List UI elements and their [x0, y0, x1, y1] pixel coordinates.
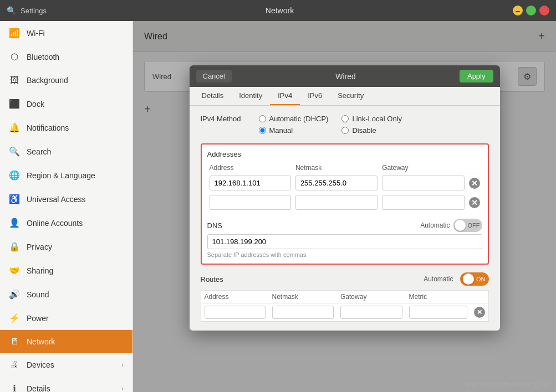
sidebar-label-search: Search — [27, 147, 51, 156]
gateway-field-0[interactable] — [382, 176, 464, 190]
routes-table: Address Netmask Gateway Metric — [201, 290, 489, 322]
minimize-button[interactable]: – — [513, 6, 523, 16]
sidebar-label-online: Online Accounts — [27, 219, 83, 228]
dns-label: DNS — [207, 221, 222, 230]
routes-automatic-label: Automatic — [424, 275, 453, 283]
routes-address-field-0[interactable] — [205, 306, 266, 319]
routes-netmask-field-0[interactable] — [272, 306, 334, 319]
main-layout: 📶 Wi-Fi ⬡ Bluetooth 🖼 Background ⬛ Dock … — [0, 21, 556, 392]
titlebar: 🔍 Settings Network – — [0, 0, 556, 21]
routes-row-0: ✕ — [201, 303, 488, 322]
remove-row-0-button[interactable]: ✕ — [469, 178, 480, 189]
sound-icon: 🔊 — [9, 289, 20, 300]
sidebar-label-universal: Universal Access — [27, 195, 86, 204]
wired-dialog: Cancel Wired Apply Details Identity IPv4 — [190, 65, 500, 331]
sidebar-label-dock: Dock — [27, 100, 44, 109]
radio-col-left: Automatic (DHCP) Manual — [259, 115, 329, 135]
dns-input[interactable] — [207, 234, 482, 249]
sidebar-label-background: Background — [27, 76, 68, 85]
sidebar-label-bluetooth: Bluetooth — [27, 53, 59, 61]
address-col-header: Address — [207, 163, 293, 173]
cancel-button[interactable]: Cancel — [196, 70, 232, 82]
modal-tabs: Details Identity IPv4 IPv6 Security — [190, 87, 500, 106]
gateway-field-1[interactable] — [382, 195, 464, 210]
sidebar-item-bluetooth[interactable]: ⬡ Bluetooth — [0, 45, 132, 69]
routes-gateway-col: Gateway — [337, 291, 406, 303]
dock-icon: ⬛ — [9, 99, 20, 109]
search-icon: 🔍 — [9, 146, 20, 157]
routes-gateway-field-0[interactable] — [340, 306, 402, 319]
sidebar-item-sharing[interactable]: 🤝 Sharing — [0, 259, 132, 282]
sidebar-label-power: Power — [27, 314, 49, 323]
tab-security[interactable]: Security — [330, 87, 371, 105]
close-button[interactable] — [539, 6, 549, 16]
tab-ipv4[interactable]: IPv4 — [270, 87, 300, 105]
apply-button[interactable]: Apply — [460, 70, 493, 82]
address-field-0[interactable] — [210, 176, 291, 190]
address-field-1[interactable] — [210, 195, 291, 210]
sidebar-label-devices: Devices — [27, 360, 54, 369]
sidebar-item-network[interactable]: 🖥 Network — [0, 330, 132, 353]
gateway-col-header: Gateway — [380, 163, 466, 173]
disable-label: Disable — [352, 126, 376, 135]
addresses-section: Addresses Address Netmask Gateway — [201, 143, 489, 265]
dns-auto-toggle: Automatic OFF — [420, 219, 482, 232]
routes-netmask-col: Netmask — [269, 291, 338, 303]
sidebar-item-privacy[interactable]: 🔒 Privacy — [0, 235, 132, 259]
address-row-0: ✕ — [207, 173, 482, 193]
sidebar-label-sound: Sound — [27, 290, 49, 299]
maximize-button[interactable] — [526, 6, 536, 16]
auto-dhcp-label: Automatic (DHCP) — [269, 115, 329, 123]
sidebar-item-notifications[interactable]: 🔔 Notifications — [0, 116, 132, 140]
dns-header-row: DNS Automatic OFF — [207, 219, 482, 232]
routes-metric-field-0[interactable] — [409, 306, 467, 319]
sidebar-item-wifi[interactable]: 📶 Wi-Fi — [0, 21, 132, 45]
sidebar-item-search[interactable]: 🔍 Search — [0, 140, 132, 163]
routes-header: Routes Automatic ON — [201, 272, 489, 286]
sidebar-item-background[interactable]: 🖼 Background — [0, 69, 132, 92]
address-table: Address Netmask Gateway — [207, 163, 482, 212]
modal-titlebar: Cancel Wired Apply — [190, 65, 500, 87]
ipv4-method-label: IPv4 Method — [201, 115, 241, 123]
tab-ipv6[interactable]: IPv6 — [300, 87, 330, 105]
sidebar-item-power[interactable]: ⚡ Power — [0, 306, 132, 330]
sidebar-item-region[interactable]: 🌐 Region & Language — [0, 163, 132, 187]
app-title: Settings — [21, 7, 47, 15]
toggle-knob — [455, 220, 466, 231]
sidebar-item-sound[interactable]: 🔊 Sound — [0, 282, 132, 306]
privacy-icon: 🔒 — [9, 241, 20, 252]
netmask-field-0[interactable] — [295, 176, 378, 190]
sidebar-item-details[interactable]: ℹ Details › — [0, 376, 132, 392]
netmask-field-1[interactable] — [295, 195, 378, 210]
titlebar-left: 🔍 Settings — [7, 6, 47, 15]
modal-body: IPv4 Method Automatic (DHCP) — [190, 106, 500, 331]
routes-label: Routes — [201, 275, 223, 283]
routes-toggle-button[interactable]: ON — [460, 272, 489, 286]
link-local-option[interactable]: Link-Local Only — [341, 115, 402, 123]
sidebar-item-dock[interactable]: ⬛ Dock — [0, 92, 132, 116]
disable-option[interactable]: Disable — [341, 126, 402, 135]
sidebar-label-region: Region & Language — [27, 171, 95, 180]
sidebar-item-universal[interactable]: ♿ Universal Access — [0, 187, 132, 211]
addresses-label: Addresses — [207, 150, 482, 158]
sidebar-label-privacy: Privacy — [27, 243, 52, 251]
remove-route-0-button[interactable]: ✕ — [474, 307, 485, 318]
arrow-icon: › — [121, 361, 124, 369]
tab-identity[interactable]: Identity — [231, 87, 270, 105]
dns-toggle-label: OFF — [468, 222, 480, 229]
sidebar-item-online[interactable]: 👤 Online Accounts — [0, 211, 132, 235]
modal-overlay: Cancel Wired Apply Details Identity IPv4 — [133, 21, 556, 392]
auto-dhcp-option[interactable]: Automatic (DHCP) — [259, 115, 329, 123]
wifi-icon: 📶 — [9, 28, 20, 38]
manual-option[interactable]: Manual — [259, 126, 329, 135]
dns-toggle-button[interactable]: OFF — [453, 219, 482, 232]
sidebar-label-sharing: Sharing — [27, 266, 53, 275]
dns-automatic-label: Automatic — [420, 221, 450, 229]
sidebar-item-devices[interactable]: 🖨 Devices › — [0, 353, 132, 376]
background-icon: 🖼 — [9, 75, 20, 85]
tab-details[interactable]: Details — [194, 87, 232, 105]
sharing-icon: 🤝 — [9, 265, 20, 276]
remove-row-1-button[interactable]: ✕ — [469, 197, 480, 208]
sidebar: 📶 Wi-Fi ⬡ Bluetooth 🖼 Background ⬛ Dock … — [0, 21, 133, 392]
routes-toggle-knob — [463, 274, 474, 285]
